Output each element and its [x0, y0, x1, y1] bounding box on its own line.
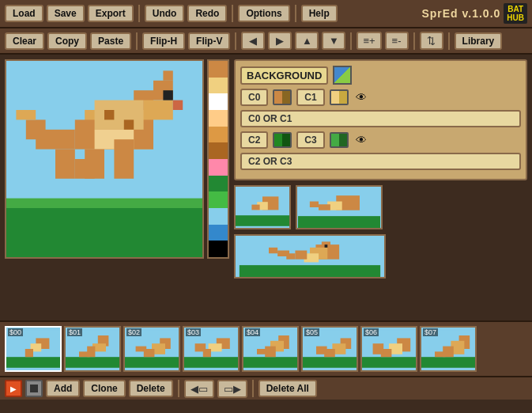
frame-label-5: $05: [304, 328, 319, 336]
c2-or-c3-label: C2 OR C3: [240, 153, 521, 170]
arrow-down-button[interactable]: ▼: [322, 32, 345, 50]
sprite-frame-1[interactable]: $01: [64, 326, 121, 372]
frame-label-7: $07: [423, 328, 438, 336]
separator-2: [232, 5, 233, 22]
palette-swatch-6[interactable]: [209, 142, 228, 159]
separator-3: [295, 5, 296, 22]
separator-8: [448, 32, 450, 50]
frame-label-6: $06: [364, 328, 379, 336]
palette-swatch-2[interactable]: [209, 78, 228, 94]
svg-rect-60: [136, 347, 147, 352]
svg-rect-78: [316, 347, 327, 354]
palette-swatch-11[interactable]: [209, 225, 228, 241]
frame-next-button[interactable]: ▭▶: [217, 380, 247, 398]
svg-rect-84: [373, 343, 384, 354]
c0-label: C0: [240, 89, 268, 106]
flip-v-button[interactable]: Flip-V: [188, 32, 230, 50]
library-button[interactable]: Library: [455, 32, 503, 50]
c0c1-visibility-icon[interactable]: 👁: [353, 89, 369, 105]
c0-swatch[interactable]: [273, 89, 292, 105]
arrow-left-button[interactable]: ◀: [241, 32, 265, 50]
svg-rect-9: [95, 100, 144, 130]
c2-swatch[interactable]: [273, 132, 292, 148]
bat-hub-logo: BATHUB: [504, 3, 527, 24]
redo-button[interactable]: Redo: [187, 5, 227, 22]
swap-button[interactable]: ⇅: [420, 32, 443, 50]
side-palette[interactable]: [207, 59, 229, 259]
frame-prev-button[interactable]: ◀▭: [184, 380, 214, 398]
export-button[interactable]: Export: [88, 5, 134, 22]
palette-swatch-7[interactable]: [209, 159, 228, 176]
frame-label-4: $04: [245, 328, 260, 336]
background-panel: BACKGROUND C0 C1 👁 C0 OR C1 C2 C3: [234, 59, 527, 180]
preview-svg-large: [236, 236, 384, 277]
delete-all-button[interactable]: Delete All: [258, 380, 317, 397]
sprite-frame-0[interactable]: $00: [5, 326, 62, 372]
svg-rect-18: [163, 90, 172, 100]
palette-swatch-10[interactable]: [209, 208, 228, 225]
sprite-frame-4[interactable]: $04: [242, 326, 299, 372]
palette-swatch-9[interactable]: [209, 191, 228, 208]
save-button[interactable]: Save: [47, 5, 85, 22]
right-panel: BACKGROUND C0 C1 👁 C0 OR C1 C2 C3: [234, 59, 527, 316]
undo-button[interactable]: Undo: [145, 5, 185, 22]
svg-rect-68: [243, 357, 297, 368]
c3-swatch[interactable]: [330, 132, 349, 148]
preview-medium-1: [296, 185, 383, 229]
arrow-right-button[interactable]: ▶: [268, 32, 292, 50]
toolbar-2: Clear Copy Paste Flip-H Flip-V ◀ ▶ ▲ ▼ ≡…: [0, 28, 532, 55]
sprite-frame-2[interactable]: $02: [123, 326, 180, 372]
separator-4: [136, 32, 138, 50]
paste-button[interactable]: Paste: [90, 32, 131, 50]
c0-c1-row: C0 C1 👁: [240, 89, 521, 106]
palette-swatch-3[interactable]: [209, 93, 228, 110]
sprite-frame-3[interactable]: $03: [183, 326, 240, 372]
sprite-frame-7[interactable]: $07: [420, 326, 477, 372]
clone-button[interactable]: Clone: [83, 380, 125, 397]
flip-h-button[interactable]: Flip-H: [142, 32, 185, 50]
pixel-canvas[interactable]: [5, 59, 204, 259]
svg-rect-39: [295, 251, 307, 260]
help-button[interactable]: Help: [301, 5, 338, 22]
main-layout: BACKGROUND C0 C1 👁 C0 OR C1 C2 C3: [0, 55, 532, 320]
load-button[interactable]: Load: [5, 5, 43, 22]
svg-rect-66: [195, 343, 206, 351]
frame-label-2: $02: [126, 328, 141, 336]
play-button[interactable]: ▶: [5, 380, 22, 397]
sprite-frame-5[interactable]: $05: [301, 326, 358, 372]
background-swatch[interactable]: [333, 66, 352, 85]
c1-swatch[interactable]: [330, 89, 349, 105]
preview-large: [234, 234, 386, 278]
app-title: SprEd v.1.0.0: [421, 7, 500, 20]
sprite-frame-6[interactable]: $06: [360, 326, 417, 372]
svg-rect-41: [277, 251, 289, 256]
c2c3-visibility-icon[interactable]: 👁: [353, 132, 369, 148]
clear-button[interactable]: Clear: [5, 32, 44, 50]
svg-rect-50: [66, 357, 119, 368]
add-button[interactable]: Add: [46, 380, 80, 397]
preview-svg-2: [297, 187, 381, 228]
svg-rect-12: [114, 139, 134, 179]
separator-10: [252, 380, 254, 397]
svg-rect-34: [240, 265, 380, 277]
svg-rect-72: [257, 349, 268, 354]
canvas-section: [5, 59, 229, 316]
background-row: BACKGROUND: [240, 66, 521, 85]
zoom-out-button[interactable]: ≡-: [385, 32, 409, 50]
options-button[interactable]: Options: [238, 5, 289, 22]
palette-swatch-5[interactable]: [209, 127, 228, 143]
palette-swatch-1[interactable]: [209, 61, 228, 78]
svg-rect-43: [325, 244, 328, 248]
copy-button[interactable]: Copy: [47, 32, 87, 50]
preview-small-1: [234, 185, 291, 229]
zoom-in-button[interactable]: ≡+: [357, 32, 381, 50]
delete-button[interactable]: Delete: [129, 380, 173, 397]
stop-button[interactable]: [25, 380, 43, 397]
svg-rect-56: [125, 357, 179, 368]
palette-swatch-4[interactable]: [209, 110, 228, 127]
frame-label-0: $00: [8, 328, 23, 336]
arrow-up-button[interactable]: ▲: [295, 32, 319, 50]
palette-swatch-12[interactable]: [209, 241, 228, 257]
c0-or-c1-row: C0 OR C1: [240, 110, 521, 127]
palette-swatch-8[interactable]: [209, 176, 228, 192]
